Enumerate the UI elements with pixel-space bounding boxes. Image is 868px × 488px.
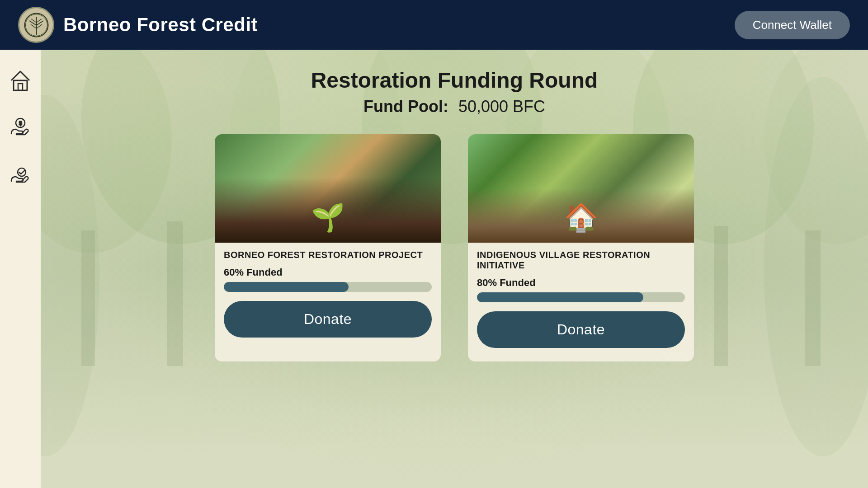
app-title: Borneo Forest Credit xyxy=(63,14,258,36)
project-2-progress-fill xyxy=(477,292,643,302)
connect-wallet-button[interactable]: Connect Wallet xyxy=(735,11,850,39)
svg-line-4 xyxy=(31,19,37,23)
project-card-1: BORNEO FOREST RESTORATION PROJECT 60% Fu… xyxy=(215,134,441,361)
cards-container: BORNEO FOREST RESTORATION PROJECT 60% Fu… xyxy=(77,134,832,361)
project-2-donate-button[interactable]: Donate xyxy=(477,311,685,348)
project-1-title: BORNEO FOREST RESTORATION PROJECT xyxy=(224,250,432,260)
project-card-2: INDIGENOUS VILLAGE RESTORATION INITIATIV… xyxy=(468,134,694,361)
project-1-progress-bg xyxy=(224,282,432,292)
main-layout: $ Restoration Funding Round Fund Pool: 5… xyxy=(0,50,868,488)
project-1-progress-fill xyxy=(224,282,349,292)
fund-pool-row: Fund Pool: 50,000 BFC xyxy=(77,97,832,116)
sidebar-item-donate[interactable]: $ xyxy=(8,115,33,140)
project-1-donate-button[interactable]: Donate xyxy=(224,301,432,338)
project-2-title: INDIGENOUS VILLAGE RESTORATION INITIATIV… xyxy=(477,250,685,271)
project-2-body: INDIGENOUS VILLAGE RESTORATION INITIATIV… xyxy=(468,243,694,352)
project-2-progress-bg xyxy=(477,292,685,302)
content-area: Restoration Funding Round Fund Pool: 50,… xyxy=(41,50,868,488)
project-2-image xyxy=(468,134,694,243)
svg-rect-23 xyxy=(18,84,23,90)
header: Borneo Forest Credit Connect Wallet xyxy=(0,0,868,50)
svg-text:$: $ xyxy=(19,120,22,127)
fund-pool-value: 50,000 BFC xyxy=(458,97,545,116)
svg-line-5 xyxy=(36,19,42,23)
project-2-funded-label: 80% Funded xyxy=(477,277,685,289)
sidebar-item-verify[interactable] xyxy=(8,163,33,188)
sidebar-item-home[interactable] xyxy=(8,68,33,93)
logo-icon xyxy=(24,13,49,38)
sidebar: $ xyxy=(0,50,41,488)
logo xyxy=(18,7,54,43)
project-1-image xyxy=(215,134,441,243)
project-1-funded-label: 60% Funded xyxy=(224,267,432,278)
fund-pool-label: Fund Pool: xyxy=(363,97,448,116)
svg-rect-22 xyxy=(14,80,27,90)
project-1-body: BORNEO FOREST RESTORATION PROJECT 60% Fu… xyxy=(215,243,441,342)
page-title: Restoration Funding Round xyxy=(77,68,832,93)
